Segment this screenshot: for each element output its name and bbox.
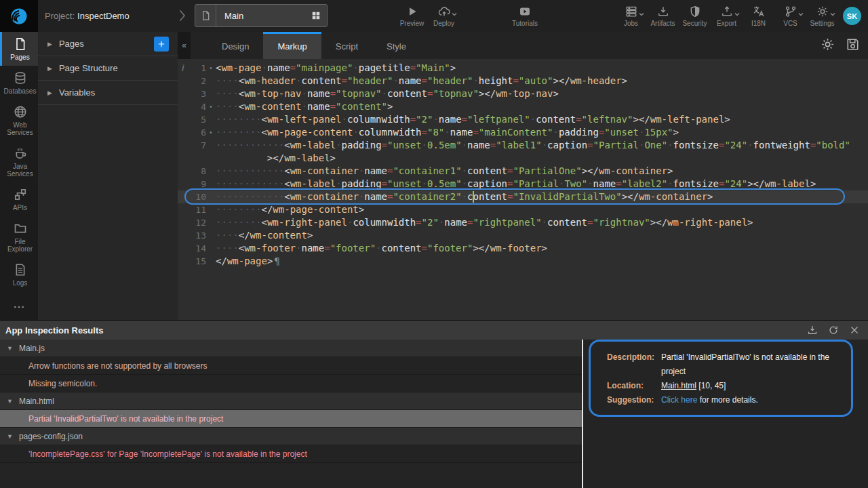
code-text: ········<wm-right-panel·columnwidth="2"·… xyxy=(216,216,753,229)
artifacts-button[interactable]: Artifacts xyxy=(647,0,679,32)
rail-item-label: Databases xyxy=(4,87,37,95)
security-button[interactable]: Security xyxy=(679,0,711,32)
toolbar-group-right: JobsArtifactsSecurityExportI18NVCSSettin… xyxy=(615,0,838,32)
code-area[interactable]: i1▾<wm-page·name="mainpage"·pagetitle="M… xyxy=(178,59,868,320)
code-line-11[interactable]: 11········</wm-page-content> xyxy=(178,203,868,216)
tab-design[interactable]: Design xyxy=(208,32,263,59)
rail-item-databases[interactable]: Databases xyxy=(0,66,38,100)
inspection-title: App Inspection Results xyxy=(5,325,807,336)
tab-script[interactable]: Script xyxy=(321,32,372,59)
preview-button[interactable]: Preview xyxy=(396,0,428,32)
i18n-button[interactable]: I18N xyxy=(743,0,774,32)
code-line-14[interactable]: 14····<wm-footer·name="footer"·content="… xyxy=(178,242,868,255)
rail-item-pages[interactable]: Pages xyxy=(0,32,38,66)
line-number xyxy=(187,152,206,165)
panel-section-label: Variables xyxy=(59,87,178,98)
i18n-label: I18N xyxy=(751,20,766,27)
code-line-12[interactable]: 12········<wm-right-panel·columnwidth="2… xyxy=(178,216,868,229)
close-icon[interactable] xyxy=(849,325,860,336)
rail-item-file-explorer[interactable]: File Explorer xyxy=(0,216,38,258)
deploy-button[interactable]: Deploy xyxy=(428,0,460,32)
panel-section-variables[interactable]: ▶Variables xyxy=(38,81,178,105)
code-line-wrap[interactable]: ></wm-label> xyxy=(178,152,868,165)
fold-gutter xyxy=(206,152,216,165)
inspection-issue-row[interactable]: Arrow functions are not supported by all… xyxy=(0,357,582,375)
tab-markup[interactable]: Markup xyxy=(263,32,321,59)
editor-actions xyxy=(821,37,860,52)
rail-item-label: APIs xyxy=(13,204,27,211)
code-text: ····<wm-footer·name="footer"·content="fo… xyxy=(216,242,547,255)
code-line-2[interactable]: 2····<wm-header·content="header"·name="h… xyxy=(178,75,868,87)
code-text: ············<wm-label·padding="unset·0.5… xyxy=(216,178,816,190)
code-line-5[interactable]: 5········<wm-left-panel·columnwidth="2"·… xyxy=(178,113,868,126)
upload-tray-icon xyxy=(721,5,733,18)
markup-editor: « DesignMarkupScriptStyle i1▾<wm-page·na… xyxy=(178,32,868,320)
code-line-6[interactable]: 6▾········<wm-page-content·columnwidth="… xyxy=(178,126,868,139)
code-line-10[interactable]: 10············<wm-container·name="contai… xyxy=(178,190,868,203)
rail-item-logs[interactable]: Logs xyxy=(0,258,38,291)
inspection-file-row[interactable]: ▼pages-config.json xyxy=(0,428,582,445)
suggestion-link[interactable]: Click here xyxy=(661,395,697,405)
add-page-button[interactable] xyxy=(154,37,169,52)
refresh-icon[interactable] xyxy=(828,325,839,336)
vcs-button[interactable]: VCS xyxy=(774,0,806,32)
export-button[interactable]: Export xyxy=(711,0,743,32)
code-text: ····<wm-content·name="content"> xyxy=(216,100,393,113)
rail-item-label: Web Services xyxy=(2,121,38,136)
inspection-header: App Inspection Results xyxy=(0,321,868,340)
save-icon[interactable] xyxy=(846,37,860,52)
collapse-panel-button[interactable]: « xyxy=(178,32,191,59)
rail-item-label: File Explorer xyxy=(2,238,38,253)
code-line-9[interactable]: 9············<wm-label·padding="unset·0.… xyxy=(178,178,868,190)
inspection-file-row[interactable]: ▼Main.html xyxy=(0,392,582,410)
editor-settings-gear-icon[interactable] xyxy=(821,37,835,52)
annotation-gutter xyxy=(178,75,187,87)
fold-arrow-icon[interactable]: ▾ xyxy=(206,126,216,139)
line-number: 3 xyxy=(187,87,206,100)
code-text: <wm-page·name="mainpage"·pagetitle="Main… xyxy=(216,62,456,75)
settings-button[interactable]: Settings xyxy=(806,0,838,32)
wavemaker-logo-icon[interactable] xyxy=(0,0,38,32)
location-position: [10, 45] xyxy=(696,381,726,390)
tab-style[interactable]: Style xyxy=(372,32,420,59)
text-cursor xyxy=(473,191,474,203)
location-file-link[interactable]: Main.html xyxy=(661,381,696,390)
download-icon[interactable] xyxy=(807,325,818,336)
grid-menu-icon[interactable] xyxy=(311,11,321,20)
inspection-issue-row[interactable]: 'IncompletePage.css' for Page 'Incomplet… xyxy=(0,445,582,463)
pages-panel: ▶Pages▶Page Structure▶Variables xyxy=(38,32,178,320)
page-doc-icon xyxy=(195,5,216,26)
tutorials-button[interactable]: Tutorials xyxy=(503,0,547,32)
jobs-button[interactable]: Jobs xyxy=(615,0,647,32)
code-line-3[interactable]: 3····<wm-top-nav·name="topnav"·content="… xyxy=(178,87,868,100)
fold-gutter xyxy=(206,203,216,216)
code-line-7[interactable]: 7············<wm-label·padding="unset·0.… xyxy=(178,139,868,152)
inspection-issue-row[interactable]: Missing semicolon. xyxy=(0,375,582,392)
fold-gutter xyxy=(206,139,216,152)
code-line-13[interactable]: 13····</wm-content> xyxy=(178,229,868,242)
user-avatar[interactable]: SK xyxy=(843,7,861,25)
rail-item-apis[interactable]: APIs xyxy=(0,182,38,216)
app-inspection-panel: App Inspection Results ▼Main.jsArrow fun… xyxy=(0,320,868,488)
inspection-file-row[interactable]: ▼Main.js xyxy=(0,340,582,357)
open-page-tab[interactable]: Main xyxy=(195,4,328,27)
coffee-icon xyxy=(14,146,27,160)
export-label: Export xyxy=(717,20,736,27)
preview-label: Preview xyxy=(400,20,425,27)
code-line-8[interactable]: 8············<wm-container·name="contain… xyxy=(178,165,868,178)
fold-arrow-icon[interactable]: ▾ xyxy=(206,100,216,113)
panel-section-page-structure[interactable]: ▶Page Structure xyxy=(38,56,178,81)
fold-arrow-icon[interactable]: ▾ xyxy=(206,62,216,75)
gear-icon xyxy=(816,5,829,18)
rail-item-web-services[interactable]: Web Services xyxy=(0,100,38,141)
panel-section-pages[interactable]: ▶Pages xyxy=(38,32,178,56)
code-line-15[interactable]: 15</wm-page>¶ xyxy=(178,255,868,268)
rail-item-java-services[interactable]: Java Services xyxy=(0,141,38,182)
folder-icon xyxy=(14,222,27,235)
code-line-4[interactable]: 4▾····<wm-content·name="content"> xyxy=(178,100,868,113)
inspection-issue-row[interactable]: Partial 'InvalidPartialTwo' is not avail… xyxy=(0,410,582,428)
rail-more-button[interactable] xyxy=(0,301,38,313)
code-line-1[interactable]: i1▾<wm-page·name="mainpage"·pagetitle="M… xyxy=(178,62,868,75)
annotation-info-icon: i xyxy=(178,62,187,75)
settings-label: Settings xyxy=(810,20,834,27)
